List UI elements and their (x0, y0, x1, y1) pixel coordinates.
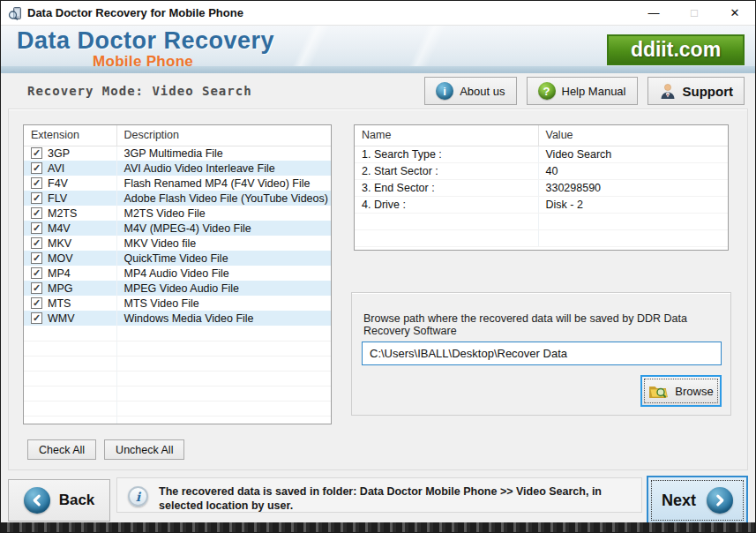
extension-checkbox-checked[interactable] (31, 207, 42, 219)
empty-row (24, 401, 331, 416)
extension-checkbox-checked[interactable] (31, 252, 42, 264)
header-banner: Data Doctor Recovery Mobile Phone ddiit.… (1, 26, 755, 71)
extension-checkbox-checked[interactable] (31, 312, 42, 324)
extension-description: AVI Audio Video Interleave File (116, 161, 331, 176)
close-button[interactable]: ✕ (715, 1, 755, 25)
extension-name: M4V (48, 222, 71, 235)
status-info-icon: i (128, 486, 148, 507)
support-label: Support (683, 84, 734, 99)
extension-row[interactable]: MOVQuickTime Video File (24, 251, 331, 266)
name-col-header[interactable]: Name (355, 125, 538, 146)
extension-description: MKV Video file (116, 236, 331, 251)
back-button-label: Back (59, 492, 95, 509)
value-col-header[interactable]: Value (538, 125, 728, 146)
empty-row (355, 229, 728, 246)
extension-description: M4V (MPEG-4) Video File (116, 221, 331, 236)
title-bar: Data Doctor Recovery for Mobile Phone — … (1, 1, 755, 26)
help-manual-button[interactable]: ? Help Manual (527, 77, 638, 105)
empty-row (24, 326, 331, 341)
description-col-header[interactable]: Description (116, 125, 331, 146)
folder-search-icon (648, 383, 670, 400)
empty-row (24, 386, 331, 401)
extension-description: Adobe Flash Video File (YouTube Videos) (116, 191, 331, 206)
support-button[interactable]: Support (647, 77, 745, 105)
extension-checkbox-checked[interactable] (31, 282, 42, 294)
detail-value: Video Search (538, 146, 728, 162)
extension-row[interactable]: MTSMTS Video File (24, 296, 331, 311)
extension-row[interactable]: MKVMKV Video file (24, 236, 331, 251)
about-info-icon: i (436, 82, 453, 100)
uncheck-all-button[interactable]: Uncheck All (104, 439, 184, 460)
detail-row: 1. Search Type :Video Search (355, 146, 728, 162)
extension-name: MPG (48, 282, 72, 295)
extension-name: MKV (48, 237, 71, 250)
extension-name: MTS (48, 297, 71, 310)
about-us-button[interactable]: i About us (424, 77, 516, 105)
detail-name: 1. Search Type : (355, 146, 538, 162)
brand-title: Data Doctor Recovery (17, 27, 274, 55)
next-button[interactable]: Next (647, 476, 748, 525)
extension-description: M2TS Video File (116, 206, 331, 221)
extension-name: AVI (48, 162, 64, 175)
extension-checkbox-checked[interactable] (31, 177, 42, 189)
extension-row[interactable]: MP4MP4 Audio Video File (24, 266, 331, 281)
recovery-mode-label: Recovery Mode: Video Search (27, 84, 252, 98)
extension-checkbox-checked[interactable] (31, 297, 42, 309)
back-arrow-icon (24, 487, 50, 514)
extensions-table: Extension Description 3GP3GP Multimedia … (24, 125, 331, 424)
detail-name: 4. Drive : (355, 196, 538, 213)
minimize-button[interactable]: — (633, 1, 674, 25)
next-button-label: Next (662, 492, 696, 510)
empty-row (24, 371, 331, 386)
extension-checkbox-checked[interactable] (31, 237, 42, 249)
extension-checkbox-checked[interactable] (31, 222, 42, 234)
extension-checkbox-checked[interactable] (31, 192, 42, 204)
extension-description: Flash Renamed MP4 (F4V Video) File (116, 176, 331, 191)
extension-description: MPEG Video Audio File (116, 281, 331, 296)
extensions-table-panel: Extension Description 3GP3GP Multimedia … (23, 124, 332, 424)
details-table: Name Value 1. Search Type :Video Search2… (355, 125, 728, 247)
save-path-input[interactable] (362, 342, 722, 365)
extension-row[interactable]: WMVWindows Media Video File (24, 311, 331, 326)
site-logo-text: ddiit.com (631, 38, 721, 62)
extension-name: 3GP (48, 147, 70, 160)
extension-name: WMV (48, 312, 75, 325)
extension-row[interactable]: F4VFlash Renamed MP4 (F4V Video) File (24, 176, 331, 191)
app-window: Data Doctor Recovery for Mobile Phone — … (0, 0, 756, 533)
detail-row: 4. Drive :Disk - 2 (355, 196, 728, 213)
back-button[interactable]: Back (8, 479, 110, 522)
extension-checkbox-checked[interactable] (31, 162, 42, 174)
extension-row[interactable]: MPGMPEG Video Audio File (24, 281, 331, 296)
empty-row (24, 416, 331, 424)
extension-row[interactable]: AVIAVI Audio Video Interleave File (24, 161, 331, 176)
help-manual-label: Help Manual (562, 85, 626, 98)
browse-button[interactable]: Browse (640, 375, 722, 407)
extension-description: QuickTime Video File (116, 251, 331, 266)
window-bottom-edge (1, 522, 755, 532)
browse-path-label: Browse path where the recovered data wil… (363, 312, 730, 337)
extension-row[interactable]: 3GP3GP Multimedia File (24, 146, 331, 161)
details-table-panel: Name Value 1. Search Type :Video Search2… (354, 124, 729, 251)
help-question-icon: ? (538, 82, 556, 100)
extension-row[interactable]: M2TSM2TS Video File (24, 206, 331, 221)
detail-name: 2. Start Sector : (355, 162, 538, 179)
extension-checkbox-checked[interactable] (31, 267, 42, 279)
status-bar: i The recovered data is saved in folder:… (116, 477, 642, 513)
next-arrow-icon (707, 487, 733, 514)
extensions-col-header[interactable]: Extension (24, 125, 116, 146)
extension-row[interactable]: M4VM4V (MPEG-4) Video File (24, 221, 331, 236)
check-all-button[interactable]: Check All (27, 439, 96, 460)
detail-value: 40 (538, 162, 728, 179)
detail-value: Disk - 2 (538, 196, 728, 213)
empty-row (24, 341, 331, 356)
extension-name: M2TS (48, 207, 77, 220)
empty-row (355, 213, 728, 229)
site-logo: ddiit.com (607, 34, 745, 65)
extension-row[interactable]: FLVAdobe Flash Video File (YouTube Video… (24, 191, 331, 206)
detail-value: 330298590 (538, 179, 728, 196)
maximize-button[interactable]: □ (674, 1, 715, 25)
extension-name: FLV (48, 192, 67, 205)
mode-row: Recovery Mode: Video Search i About us ?… (1, 71, 755, 109)
extension-description: MTS Video File (116, 296, 331, 311)
extension-checkbox-checked[interactable] (31, 147, 42, 159)
